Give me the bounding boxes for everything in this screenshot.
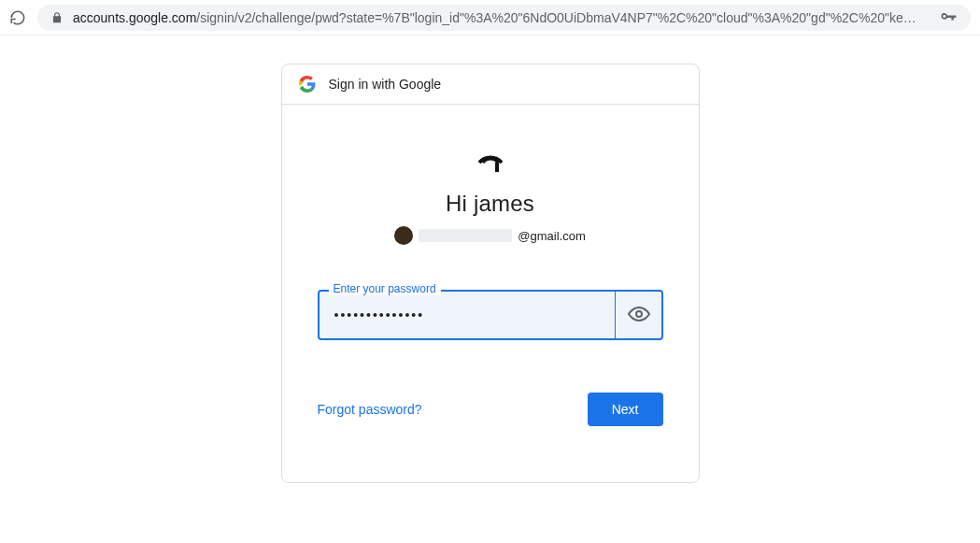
- app-logo-icon: [318, 136, 663, 174]
- lock-icon: [50, 11, 64, 24]
- show-password-button[interactable]: [615, 290, 663, 340]
- card-header-text: Sign in with Google: [329, 77, 442, 92]
- svg-rect-0: [495, 163, 499, 172]
- actions-row: Forgot password? Next: [318, 393, 663, 426]
- card-header: Sign in with Google: [282, 64, 699, 105]
- forgot-password-link[interactable]: Forgot password?: [318, 402, 422, 417]
- eye-icon: [628, 303, 650, 328]
- url-bar[interactable]: accounts.google.com/signin/v2/challenge/…: [37, 5, 971, 31]
- email-local-redacted: [419, 229, 512, 242]
- password-label: Enter your password: [329, 282, 441, 295]
- password-field-wrap: Enter your password: [318, 290, 663, 340]
- next-button[interactable]: Next: [588, 393, 663, 426]
- email-suffix: @gmail.com: [518, 229, 585, 243]
- google-g-logo-icon: [299, 76, 316, 93]
- signin-card: Sign in with Google Hi james @gmail.com …: [281, 64, 700, 483]
- password-input[interactable]: [318, 290, 663, 340]
- browser-address-bar: accounts.google.com/signin/v2/challenge/…: [0, 0, 980, 36]
- reload-icon[interactable]: [9, 9, 26, 26]
- greeting-heading: Hi james: [318, 191, 663, 217]
- url-text: accounts.google.com/signin/v2/challenge/…: [73, 10, 930, 25]
- avatar: [394, 226, 413, 245]
- page: Sign in with Google Hi james @gmail.com …: [0, 36, 980, 483]
- card-body: Hi james @gmail.com Enter your password: [282, 105, 699, 482]
- key-icon[interactable]: [939, 8, 958, 27]
- account-row[interactable]: @gmail.com: [318, 226, 663, 245]
- svg-point-1: [636, 311, 642, 317]
